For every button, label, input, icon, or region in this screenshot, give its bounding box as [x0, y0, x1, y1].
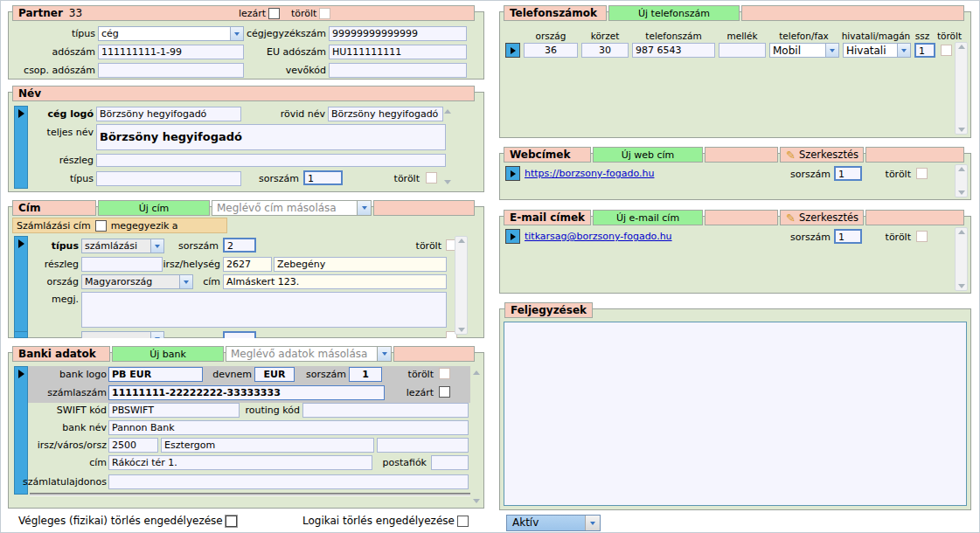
status-dropdown[interactable]: Aktív [506, 515, 601, 531]
nev-tipus-field[interactable] [96, 171, 241, 186]
devnem-field[interactable]: EUR [254, 367, 295, 382]
email-sorszam-field[interactable]: 1 [834, 229, 862, 244]
irsz-field[interactable]: 2627 [223, 257, 272, 272]
web-torolt-checkbox[interactable] [916, 168, 928, 179]
uj-bank-button[interactable]: Új bank [112, 346, 224, 362]
web-section: Webcímek Új web cím ✎ Szerkesztés https:… [499, 153, 971, 200]
vevokod-field[interactable] [329, 63, 467, 78]
phones-title: Telefonszámok [510, 7, 597, 19]
uj-cim-button[interactable]: Új cím [98, 200, 210, 216]
helyseg-field[interactable]: Zebegény [274, 257, 447, 272]
phone-torolt-checkbox[interactable] [941, 45, 952, 56]
chevron-down-icon[interactable] [897, 44, 910, 57]
phone-korzet-field[interactable]: 30 [581, 43, 629, 58]
scroll-up-icon[interactable] [458, 239, 465, 243]
cim-cim-label: cím [182, 275, 220, 290]
cim-tipus-dropdown[interactable]: számlázási [81, 239, 164, 253]
teljes-nev-field[interactable]: Börzsöny hegyifogadó [96, 124, 446, 150]
web-url-link[interactable]: https://borzsony-fogado.hu [525, 168, 654, 179]
scroll-down-icon[interactable] [958, 128, 965, 132]
chevron-down-icon[interactable] [377, 347, 391, 361]
reszleg-field[interactable] [96, 154, 446, 167]
bank-cim-field[interactable]: Rákóczi tér 1. [108, 455, 372, 470]
scroll-down-icon[interactable] [458, 328, 465, 332]
phones-scrollbar[interactable] [955, 42, 968, 135]
cim-scrollbar[interactable] [455, 236, 468, 335]
orszag-dropdown[interactable]: Magyarország [81, 274, 193, 289]
web-sorszam-field[interactable]: 1 [834, 166, 862, 181]
notes-textarea[interactable] [504, 322, 967, 506]
eu-adoszam-label: EU adószám [204, 45, 326, 60]
email-torolt-checkbox[interactable] [916, 231, 928, 242]
cim-field[interactable]: Almáskert 123. [223, 274, 447, 289]
scroll-up-icon[interactable] [441, 106, 454, 117]
ceg-logo-field[interactable]: Börzsöny hegyifogadó [96, 107, 241, 121]
bank-nev-field[interactable]: Pannon Bank [108, 420, 469, 435]
scroll-up-icon[interactable] [958, 45, 965, 49]
uj-web-cim-button[interactable]: Új web cím [593, 147, 703, 163]
bank-orsz-field[interactable] [377, 438, 469, 453]
partner-lezart-checkbox[interactable] [268, 8, 280, 19]
scroll-up-icon[interactable] [470, 367, 483, 378]
rovid-nev-field[interactable]: Börzsöny hegyifogadó [328, 107, 443, 121]
megj-textarea[interactable] [81, 292, 447, 328]
cim-sorszam-label: sorszám [166, 239, 219, 254]
szamlazasi-cim-checkbox[interactable] [95, 220, 107, 232]
email-row-selector[interactable] [505, 229, 520, 244]
chevron-down-icon[interactable] [150, 239, 163, 253]
szamlatulajdonos-field[interactable] [108, 474, 469, 489]
bank-irsz-field[interactable]: 2500 [108, 438, 158, 453]
lezart-label: lezárt [399, 386, 434, 401]
scroll-down-icon[interactable] [958, 190, 965, 195]
horizontal-scrollbar[interactable] [30, 493, 470, 496]
web-row-selector[interactable] [505, 166, 520, 181]
bank-sorszam-field[interactable]: 1 [349, 367, 382, 382]
cegjegyzekszam-field[interactable]: 99999999999999 [329, 26, 467, 41]
email-section: E-mail címek Új e-mail cím ✎ Szerkesztés… [499, 216, 971, 294]
bank-copy-dropdown[interactable]: Meglévő adatok másolása [226, 346, 392, 362]
nev-torolt-checkbox[interactable] [426, 172, 437, 183]
eu-adoszam-field[interactable]: HU111111111 [329, 45, 467, 59]
chevron-down-icon[interactable] [357, 201, 371, 215]
phone-telefon-fax-dropdown[interactable]: Mobil [769, 43, 839, 58]
chevron-down-icon[interactable] [825, 44, 838, 57]
scroll-down-icon[interactable] [958, 284, 965, 288]
bank-logo-field[interactable]: PB EUR [108, 367, 203, 382]
uj-telefonszam-button[interactable]: Új telefonszám [608, 5, 740, 21]
phone-ssz-field[interactable]: 1 [914, 43, 935, 58]
web-szerkesztes-button[interactable]: ✎ Szerkesztés [780, 147, 864, 163]
fizikai-torles-label: Végleges (fizikai) törlés engedélyezése [18, 515, 223, 527]
email-szerkesztes-button[interactable]: ✎ Szerkesztés [780, 210, 864, 225]
bank-torolt-label: törölt [399, 368, 434, 383]
phone-orszag-field[interactable]: 36 [524, 43, 578, 58]
phone-mellek-field[interactable] [719, 43, 766, 58]
scroll-up-icon[interactable] [958, 167, 965, 171]
email-address-link[interactable]: titkarsag@borzsony-fogado.hu [525, 231, 672, 242]
fizikai-torles-checkbox[interactable] [226, 516, 237, 527]
cim-copy-dropdown[interactable]: Meglévő cím másolása [212, 200, 372, 216]
web-scrollbar[interactable] [955, 164, 968, 197]
szamlaszam-field[interactable]: 11111111-22222222-33333333 [108, 385, 385, 400]
nev-sorszam-field[interactable]: 1 [303, 170, 343, 185]
postafiok-field[interactable] [431, 455, 469, 470]
bank-torolt-checkbox[interactable] [439, 368, 450, 379]
phone-hivatali-dropdown[interactable]: Hivatali [843, 43, 911, 58]
szamlazasi-cim-bar: Számlázási cím megegyezik a [12, 218, 227, 233]
routing-field[interactable] [302, 403, 469, 418]
irsz-helyseg-label: irsz/helység [147, 258, 220, 273]
chevron-down-icon[interactable] [585, 516, 600, 530]
scroll-down-icon[interactable] [441, 177, 454, 188]
partner-torolt-checkbox[interactable] [319, 8, 330, 19]
swift-field[interactable]: PBSWIFT [108, 403, 240, 418]
phone-row-selector[interactable] [505, 43, 520, 58]
logikai-torles-checkbox[interactable] [457, 516, 469, 527]
phone-telefonszam-field[interactable]: 987 6543 [632, 43, 715, 58]
cim-sorszam-field[interactable]: 2 [223, 238, 256, 253]
scroll-up-icon[interactable] [958, 230, 965, 234]
bank-varos-field[interactable]: Esztergom [161, 438, 374, 453]
bank-lezart-checkbox[interactable] [439, 386, 450, 398]
email-torolt-label: törölt [878, 231, 911, 246]
scroll-down-icon[interactable] [470, 495, 483, 507]
uj-email-cim-button[interactable]: Új e-mail cím [593, 210, 703, 225]
email-scrollbar[interactable] [955, 227, 968, 291]
